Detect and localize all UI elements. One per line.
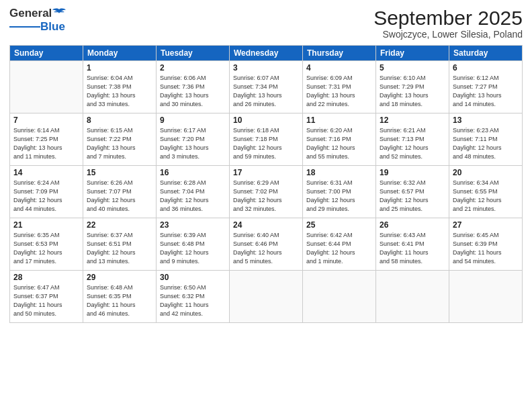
calendar-cell: 9Sunrise: 6:17 AMSunset: 7:20 PMDaylight… <box>157 113 230 166</box>
calendar-cell: 5Sunrise: 6:10 AMSunset: 7:29 PMDaylight… <box>376 61 449 113</box>
calendar-cell: 24Sunrise: 6:40 AMSunset: 6:46 PMDayligh… <box>230 218 303 271</box>
calendar-cell <box>449 271 523 323</box>
day-info: Sunrise: 6:07 AMSunset: 7:34 PMDaylight:… <box>233 74 299 109</box>
day-info: Sunrise: 6:29 AMSunset: 7:02 PMDaylight:… <box>233 179 299 214</box>
day-number: 10 <box>233 116 299 125</box>
day-info: Sunrise: 6:09 AMSunset: 7:31 PMDaylight:… <box>306 74 372 109</box>
calendar-cell: 30Sunrise: 6:50 AMSunset: 6:32 PMDayligh… <box>157 271 230 323</box>
day-info: Sunrise: 6:06 AMSunset: 7:36 PMDaylight:… <box>160 74 226 109</box>
day-number: 20 <box>453 168 519 177</box>
calendar-cell: 20Sunrise: 6:34 AMSunset: 6:55 PMDayligh… <box>449 166 523 218</box>
day-number: 7 <box>13 116 79 125</box>
calendar-cell: 10Sunrise: 6:18 AMSunset: 7:18 PMDayligh… <box>230 113 303 166</box>
weekday-header-thursday: Thursday <box>303 46 376 61</box>
day-number: 6 <box>453 63 519 73</box>
header: General Blue September 2025 Swojczyce, L… <box>9 7 523 40</box>
calendar-week-row: 21Sunrise: 6:35 AMSunset: 6:53 PMDayligh… <box>10 218 523 271</box>
calendar-week-row: 1Sunrise: 6:04 AMSunset: 7:38 PMDaylight… <box>10 61 523 113</box>
day-info: Sunrise: 6:35 AMSunset: 6:53 PMDaylight:… <box>13 231 79 266</box>
day-info: Sunrise: 6:17 AMSunset: 7:20 PMDaylight:… <box>160 126 226 161</box>
calendar-cell <box>10 61 83 113</box>
day-number: 14 <box>13 168 79 177</box>
day-number: 17 <box>233 168 299 177</box>
weekday-header-row: SundayMondayTuesdayWednesdayThursdayFrid… <box>10 46 523 61</box>
weekday-header-saturday: Saturday <box>449 46 523 61</box>
day-number: 27 <box>453 220 519 230</box>
day-number: 8 <box>87 116 152 125</box>
day-number: 28 <box>13 273 79 282</box>
weekday-header-tuesday: Tuesday <box>157 46 230 61</box>
calendar-cell <box>230 271 303 323</box>
day-info: Sunrise: 6:48 AMSunset: 6:35 PMDaylight:… <box>87 283 152 318</box>
day-info: Sunrise: 6:04 AMSunset: 7:38 PMDaylight:… <box>87 74 152 109</box>
title-block: September 2025 Swojczyce, Lower Silesia,… <box>373 7 523 40</box>
day-number: 5 <box>380 63 445 73</box>
calendar-cell <box>376 271 449 323</box>
calendar-cell: 15Sunrise: 6:26 AMSunset: 7:07 PMDayligh… <box>83 166 157 218</box>
day-info: Sunrise: 6:50 AMSunset: 6:32 PMDaylight:… <box>160 283 226 318</box>
weekday-header-friday: Friday <box>376 46 449 61</box>
day-number: 19 <box>380 168 445 177</box>
day-info: Sunrise: 6:18 AMSunset: 7:18 PMDaylight:… <box>233 126 299 161</box>
logo-general: General <box>9 7 52 20</box>
weekday-header-monday: Monday <box>83 46 157 61</box>
calendar-week-row: 28Sunrise: 6:47 AMSunset: 6:37 PMDayligh… <box>10 271 523 323</box>
weekday-header-sunday: Sunday <box>10 46 83 61</box>
calendar-cell: 26Sunrise: 6:43 AMSunset: 6:41 PMDayligh… <box>376 218 449 271</box>
calendar-cell: 17Sunrise: 6:29 AMSunset: 7:02 PMDayligh… <box>230 166 303 218</box>
day-info: Sunrise: 6:24 AMSunset: 7:09 PMDaylight:… <box>13 179 79 214</box>
day-info: Sunrise: 6:23 AMSunset: 7:11 PMDaylight:… <box>453 126 519 161</box>
day-number: 25 <box>306 220 372 230</box>
day-info: Sunrise: 6:12 AMSunset: 7:27 PMDaylight:… <box>453 74 519 109</box>
day-number: 1 <box>87 63 152 73</box>
day-info: Sunrise: 6:26 AMSunset: 7:07 PMDaylight:… <box>87 179 152 214</box>
calendar-cell: 19Sunrise: 6:32 AMSunset: 6:57 PMDayligh… <box>376 166 449 218</box>
calendar-cell: 2Sunrise: 6:06 AMSunset: 7:36 PMDaylight… <box>157 61 230 113</box>
calendar-cell: 25Sunrise: 6:42 AMSunset: 6:44 PMDayligh… <box>303 218 376 271</box>
calendar-cell: 3Sunrise: 6:07 AMSunset: 7:34 PMDaylight… <box>230 61 303 113</box>
day-info: Sunrise: 6:15 AMSunset: 7:22 PMDaylight:… <box>87 126 152 161</box>
day-number: 22 <box>87 220 152 230</box>
logo: General Blue <box>9 7 66 34</box>
day-number: 26 <box>380 220 445 230</box>
logo-blue: Blue <box>40 20 65 34</box>
day-info: Sunrise: 6:39 AMSunset: 6:48 PMDaylight:… <box>160 231 226 266</box>
day-info: Sunrise: 6:10 AMSunset: 7:29 PMDaylight:… <box>380 74 445 109</box>
calendar-cell: 4Sunrise: 6:09 AMSunset: 7:31 PMDaylight… <box>303 61 376 113</box>
day-number: 18 <box>306 168 372 177</box>
day-number: 9 <box>160 116 226 125</box>
day-number: 11 <box>306 116 372 125</box>
day-number: 29 <box>87 273 152 282</box>
day-number: 15 <box>87 168 152 177</box>
day-number: 16 <box>160 168 226 177</box>
location-subtitle: Swojczyce, Lower Silesia, Poland <box>373 29 523 40</box>
day-info: Sunrise: 6:32 AMSunset: 6:57 PMDaylight:… <box>380 179 445 214</box>
day-number: 2 <box>160 63 226 73</box>
calendar-cell: 6Sunrise: 6:12 AMSunset: 7:27 PMDaylight… <box>449 61 523 113</box>
calendar-table: SundayMondayTuesdayWednesdayThursdayFrid… <box>9 45 523 323</box>
day-info: Sunrise: 6:43 AMSunset: 6:41 PMDaylight:… <box>380 231 445 266</box>
calendar-cell: 18Sunrise: 6:31 AMSunset: 7:00 PMDayligh… <box>303 166 376 218</box>
day-number: 30 <box>160 273 226 282</box>
weekday-header-wednesday: Wednesday <box>230 46 303 61</box>
day-info: Sunrise: 6:20 AMSunset: 7:16 PMDaylight:… <box>306 126 372 161</box>
day-info: Sunrise: 6:21 AMSunset: 7:13 PMDaylight:… <box>380 126 445 161</box>
day-info: Sunrise: 6:47 AMSunset: 6:37 PMDaylight:… <box>13 283 79 318</box>
day-number: 13 <box>453 116 519 125</box>
day-info: Sunrise: 6:40 AMSunset: 6:46 PMDaylight:… <box>233 231 299 266</box>
calendar-cell: 22Sunrise: 6:37 AMSunset: 6:51 PMDayligh… <box>83 218 157 271</box>
calendar-cell: 21Sunrise: 6:35 AMSunset: 6:53 PMDayligh… <box>10 218 83 271</box>
calendar-cell: 27Sunrise: 6:45 AMSunset: 6:39 PMDayligh… <box>449 218 523 271</box>
calendar-cell: 11Sunrise: 6:20 AMSunset: 7:16 PMDayligh… <box>303 113 376 166</box>
day-info: Sunrise: 6:14 AMSunset: 7:25 PMDaylight:… <box>13 126 79 161</box>
day-info: Sunrise: 6:28 AMSunset: 7:04 PMDaylight:… <box>160 179 226 214</box>
day-number: 12 <box>380 116 445 125</box>
calendar-cell: 1Sunrise: 6:04 AMSunset: 7:38 PMDaylight… <box>83 61 157 113</box>
calendar-cell: 8Sunrise: 6:15 AMSunset: 7:22 PMDaylight… <box>83 113 157 166</box>
day-number: 23 <box>160 220 226 230</box>
day-info: Sunrise: 6:42 AMSunset: 6:44 PMDaylight:… <box>306 231 372 266</box>
month-year-title: September 2025 <box>373 7 523 29</box>
calendar-cell: 7Sunrise: 6:14 AMSunset: 7:25 PMDaylight… <box>10 113 83 166</box>
calendar-cell: 14Sunrise: 6:24 AMSunset: 7:09 PMDayligh… <box>10 166 83 218</box>
day-number: 24 <box>233 220 299 230</box>
